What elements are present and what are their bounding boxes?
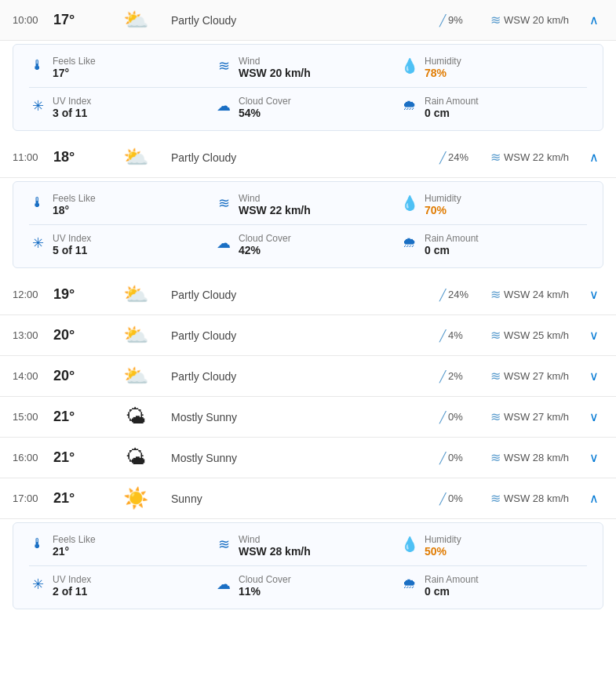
hour-row[interactable]: 10:00 17° ⛅ Partly Cloudy ╱ 9% ≋ WSW 20 … (0, 0, 616, 41)
uv-label: UV Index (53, 233, 91, 244)
hour-row[interactable]: 15:00 21° 🌤 Mostly Sunny ╱ 0% ≋ WSW 27 k… (0, 397, 616, 438)
hour-wind: ≋ WSW 25 km/h (490, 328, 585, 343)
humidity-icon: 💧 (401, 194, 418, 212)
detail-row-2: ✳ UV Index 2 of 11 ☁ Cloud Cover 11% 🌧 R… (29, 565, 587, 598)
hour-temp: 19° (53, 286, 100, 303)
hour-precip: ╱ 0% (439, 411, 490, 423)
wind-icon: ≋ (490, 13, 501, 27)
precip-value: 24% (448, 289, 468, 300)
hour-precip: ╱ 0% (439, 452, 490, 464)
precip-value: 0% (448, 411, 463, 423)
humidity-icon: 💧 (401, 57, 418, 75)
chevron-icon[interactable]: ∨ (585, 450, 603, 465)
wind-icon: ≋ (215, 536, 232, 553)
humidity-cell: 💧 Humidity 50% (401, 534, 587, 558)
uv-label: UV Index (53, 574, 91, 585)
detail-row-2: ✳ UV Index 5 of 11 ☁ Cloud Cover 42% 🌧 R… (29, 224, 587, 256)
wind-value: WSW 22 km/h (504, 151, 569, 163)
feels-like-value: 18° (53, 204, 96, 216)
cloud-value: 11% (239, 585, 291, 598)
rain-label: Rain Amount (425, 233, 479, 244)
uv-icon: ✳ (29, 576, 46, 593)
hour-temp: 20° (53, 368, 100, 384)
chevron-icon[interactable]: ∨ (585, 328, 603, 343)
wind-cell: ≋ Wind WSW 22 km/h (215, 193, 401, 216)
hour-precip: ╱ 2% (439, 370, 490, 383)
hour-time: 14:00 (13, 370, 53, 382)
hour-time: 17:00 (13, 492, 53, 504)
hour-wind: ≋ WSW 28 km/h (490, 491, 585, 506)
rain-value: 0 cm (425, 107, 479, 119)
detail-row-1: 🌡 Feels Like 17° ≋ Wind WSW 20 km/h 💧 Hu… (29, 56, 587, 79)
hour-time: 11:00 (13, 151, 53, 163)
humidity-icon: 💧 (401, 536, 418, 553)
hour-temp: 18° (53, 149, 100, 165)
hour-row[interactable]: 11:00 18° ⛅ Partly Cloudy ╱ 24% ≋ WSW 22… (0, 137, 616, 178)
cloud-cell: ☁ Cloud Cover 54% (215, 96, 401, 119)
hour-icon: ⛅ (100, 364, 171, 388)
uv-label: UV Index (53, 96, 91, 107)
hour-row[interactable]: 12:00 19° ⛅ Partly Cloudy ╱ 24% ≋ WSW 24… (0, 274, 616, 315)
hour-wind: ≋ WSW 20 km/h (490, 13, 585, 27)
uv-icon: ✳ (29, 234, 46, 252)
precip-icon: ╱ (439, 151, 446, 164)
hour-desc: Partly Cloudy (171, 370, 439, 383)
partly-cloudy-icon: ⛅ (123, 282, 148, 307)
hour-wind: ≋ WSW 22 km/h (490, 150, 585, 165)
wind-value: WSW 20 km/h (239, 67, 311, 79)
hour-temp: 17° (53, 12, 100, 28)
precip-value: 0% (448, 492, 463, 504)
wind-value: WSW 28 km/h (504, 452, 569, 463)
hour-row[interactable]: 17:00 21° ☀️ Sunny ╱ 0% ≋ WSW 28 km/h ∧ (0, 478, 616, 519)
rain-label: Rain Amount (425, 574, 479, 585)
precip-icon: ╱ (439, 411, 446, 423)
chevron-icon[interactable]: ∧ (585, 13, 603, 27)
precip-icon: ╱ (439, 329, 446, 342)
hour-row[interactable]: 16:00 21° 🌤 Mostly Sunny ╱ 0% ≋ WSW 28 k… (0, 438, 616, 478)
hour-icon: ⛅ (100, 8, 171, 32)
wind-icon: ≋ (490, 287, 501, 302)
feels-like-value: 17° (53, 67, 96, 79)
chevron-icon[interactable]: ∨ (585, 409, 603, 424)
thermometer-icon: 🌡 (29, 536, 46, 552)
chevron-icon[interactable]: ∨ (585, 287, 603, 302)
wind-label: Wind (239, 534, 311, 545)
wind-icon: ≋ (490, 450, 501, 465)
wind-value: WSW 25 km/h (504, 329, 569, 341)
partly-cloudy-icon: ⛅ (123, 8, 148, 32)
precip-icon: ╱ (439, 370, 446, 383)
rain-cell: 🌧 Rain Amount 0 cm (401, 574, 587, 598)
precip-value: 24% (448, 151, 468, 163)
precip-icon: ╱ (439, 289, 446, 301)
chevron-icon[interactable]: ∨ (585, 369, 603, 383)
cloud-cell: ☁ Cloud Cover 42% (215, 233, 401, 256)
hour-time: 13:00 (13, 329, 53, 341)
precip-value: 0% (448, 452, 463, 463)
rain-icon: 🌧 (401, 576, 418, 592)
wind-icon: ≋ (490, 328, 501, 343)
uv-icon: ✳ (29, 97, 46, 114)
precip-value: 2% (448, 370, 463, 382)
cloud-icon: ☁ (215, 234, 232, 252)
wind-cell: ≋ Wind WSW 20 km/h (215, 56, 401, 79)
rain-value: 0 cm (425, 244, 479, 256)
hour-row[interactable]: 14:00 20° ⛅ Partly Cloudy ╱ 2% ≋ WSW 27 … (0, 356, 616, 397)
rain-icon: 🌧 (401, 97, 418, 114)
hour-icon: ⛅ (100, 145, 171, 169)
hour-temp: 20° (53, 327, 100, 343)
chevron-icon[interactable]: ∧ (585, 491, 603, 506)
hour-wind: ≋ WSW 28 km/h (490, 450, 585, 465)
weather-list: 10:00 17° ⛅ Partly Cloudy ╱ 9% ≋ WSW 20 … (0, 0, 616, 609)
wind-icon: ≋ (490, 491, 501, 506)
hour-row[interactable]: 13:00 20° ⛅ Partly Cloudy ╱ 4% ≋ WSW 25 … (0, 315, 616, 356)
cloud-icon: ☁ (215, 576, 232, 593)
feels-like-cell: 🌡 Feels Like 18° (29, 193, 215, 216)
precip-icon: ╱ (439, 452, 446, 464)
hour-desc: Partly Cloudy (171, 329, 439, 342)
feels-like-value: 21° (53, 545, 96, 558)
chevron-icon[interactable]: ∧ (585, 150, 603, 165)
hour-desc: Partly Cloudy (171, 151, 439, 164)
wind-icon: ≋ (490, 409, 501, 424)
feels-like-label: Feels Like (53, 534, 96, 545)
humidity-value: 70% (425, 204, 461, 216)
